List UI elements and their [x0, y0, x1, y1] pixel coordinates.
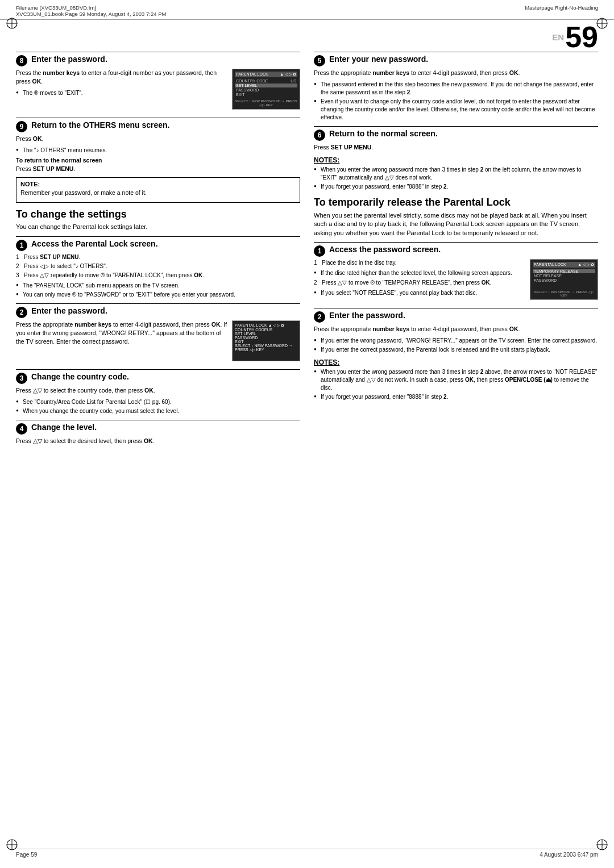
notes-temp-bullets: When you enter the wrong password more t… [314, 368, 598, 401]
temp-release-sub: When you set the parental level strictly… [314, 211, 598, 237]
notes-section: NOTES: When you enter the wrong password… [314, 156, 598, 191]
step1t-header: 1 Access the password screen. [314, 245, 598, 257]
step9-body: Press OK. [16, 135, 300, 143]
step2t-bullet1: If you enter the wrong password, "WRONG!… [314, 337, 598, 345]
step3c-body: Press △▽ to select the country code, the… [16, 386, 300, 395]
screen-title-bar: PARENTAL LOCK ▲ ◁ ▷ ✿ [235, 72, 297, 77]
notes-temp-bullet2: If you forget your password, enter "8888… [314, 393, 598, 401]
section-step1-temp: 1 Access the password screen. PARENTAL L… [314, 242, 598, 303]
step4c-num: 4 [16, 423, 27, 435]
step3c-bullet1: See "Country/Area Code List for Parental… [16, 398, 300, 406]
step6-header: 6 Return to the normal screen. [314, 129, 598, 141]
step6-title: Return to the normal screen. [329, 129, 438, 138]
step8-content: PARENTAL LOCK ▲ ◁ ▷ ✿ COUNTRY CODEUS SET… [16, 69, 300, 113]
temp-release-title: To temporarily release the Parental Lock [314, 197, 598, 209]
step1c-bullet2: You can only move ® to "PASSWORD" or to … [16, 291, 300, 299]
note-body: Remember your password, or make a note o… [20, 189, 296, 197]
step1c-title: Access the Parental Lock screen. [31, 239, 158, 248]
step9-header: 9 Return to the OTHERS menu screen. [16, 120, 300, 132]
step1t-item1: 1Place the disc in the disc tray. [314, 259, 598, 267]
section-step2-temp: 2 Enter the password. Press the appropri… [314, 308, 598, 354]
change-settings-sub: You can change the Parental lock setting… [16, 223, 300, 231]
header-filename: Filename [XVC33UM_08DVD.fm] [16, 5, 166, 11]
screen-bottom: SELECT ↕ NEW PASSWORD → PRESS ◁▷ KEY [235, 99, 297, 107]
step2c-screen: PARENTAL LOCK ▲ ◁ ▷ ✿ COUNTRY CODEUS SET… [232, 320, 300, 361]
page-number-section: EN 59 [0, 20, 614, 52]
step5-header: 5 Enter your new password. [314, 55, 598, 66]
screen-title: PARENTAL LOCK [236, 72, 268, 77]
change-settings-title: To change the settings [16, 208, 300, 221]
step2t-num: 2 [314, 311, 325, 323]
step5-body: Press the appropriate number keys to ent… [314, 69, 598, 77]
step4c-body: Press △▽ to select the desired level, th… [16, 437, 300, 445]
step5-bullet2: Even if you want to change only the coun… [314, 98, 598, 122]
step1c-bullet1: The "PARENTAL LOCK" sub-menu appears on … [16, 282, 300, 290]
screen2-icons: ▲ ◁ ▷ ✿ [268, 323, 285, 327]
step1c-item1: 1Press SET UP MENU. [16, 253, 300, 261]
footer-date: 4 August 2003 6:47 pm [540, 852, 598, 858]
step1c-item2: 2Press ◁▷ to select "♪ OTHERS". [16, 262, 300, 270]
section-step1-change: 1 Access the Parental Lock screen. 1Pres… [16, 236, 300, 299]
step2t-bullet2: If you enter the correct password, the P… [314, 346, 598, 354]
step5-title: Enter your new password. [329, 55, 428, 64]
step9-title: Return to the OTHERS menu screen. [31, 120, 169, 130]
section-step4-change: 4 Change the level. Press △▽ to select t… [16, 420, 300, 445]
step8-bullet1: The ® moves to "EXIT". [16, 89, 300, 97]
notes-temp-title: NOTES: [314, 358, 598, 366]
section-step9: 9 Return to the OTHERS menu screen. Pres… [16, 118, 300, 203]
page: Filename [XVC33UM_08DVD.fm] XVC33UM_01.b… [0, 0, 614, 868]
screen2-row-3: PASSWORD [235, 336, 297, 340]
step2c-content: PARENTAL LOCK ▲ ◁ ▷ ✿ COUNTRY CODEUS SET… [16, 320, 300, 365]
step3c-bullet2: When you change the country code, you mu… [16, 407, 300, 415]
step1c-num: 1 [16, 240, 27, 251]
step9-bullet1: The "♪ OTHERS" menu resumes. [16, 147, 300, 155]
step1c-item3: 3Press △▽ repeatedly to move ® to "PAREN… [16, 272, 300, 279]
step1c-bullets: The "PARENTAL LOCK" sub-menu appears on … [16, 282, 300, 299]
notes-temp-bullet1: When you enter the wrong password more t… [314, 368, 598, 392]
screen-row-2: SET LEVEL [235, 84, 297, 87]
step3c-title: Change the country code. [31, 372, 129, 381]
screen2-title-bar: PARENTAL LOCK ▲ ◁ ▷ ✿ [235, 323, 297, 328]
step8-num: 8 [16, 55, 27, 66]
screen-icons: ▲ ◁ ▷ ✿ [280, 72, 296, 77]
step9-note: NOTE: Remember your password, or make a … [16, 177, 300, 203]
header-masterpage: Masterpage:Right-No-Heading [525, 5, 598, 11]
notes-temp-section: NOTES: When you enter the wrong password… [314, 358, 598, 401]
notes-bullets: When you enter the wrong password more t… [314, 166, 598, 191]
section-step8: 8 Enter the password. PARENTAL LOCK ▲ ◁ … [16, 52, 300, 113]
step5-num: 5 [314, 55, 325, 66]
header-bookline: XVC33UM_01.book Page 59 Monday, August 4… [16, 11, 166, 17]
step9-num: 9 [16, 121, 27, 132]
step1t-numlist: 1Place the disc in the disc tray. [314, 259, 598, 267]
header-left: Filename [XVC33UM_08DVD.fm] XVC33UM_01.b… [16, 5, 166, 17]
step3c-bullets: See "Country/Area Code List for Parental… [16, 398, 300, 415]
note-title: NOTE: [20, 181, 296, 187]
left-column: 8 Enter the password. PARENTAL LOCK ▲ ◁ … [16, 52, 300, 450]
step8-title: Enter the password. [31, 55, 107, 64]
step2t-header: 2 Enter the password. [314, 311, 598, 323]
screen2-row-4: EXIT [235, 340, 297, 344]
corner-mark-tl [6, 17, 18, 30]
step1t-num: 1 [314, 245, 325, 257]
change-settings-heading: To change the settings You can change th… [16, 208, 300, 232]
step5-bullets: The password entered in the this step be… [314, 81, 598, 122]
step1c-numlist: 1Press SET UP MENU. 2Press ◁▷ to select … [16, 253, 300, 279]
step1t-numlist2: 2Press △▽ to move ® to "TEMPORARY RELEAS… [314, 279, 598, 287]
step2c-header: 2 Enter the password. [16, 306, 300, 318]
footer-page: Page 59 [16, 852, 37, 858]
section-step6: 6 Return to the normal screen. Press SET… [314, 126, 598, 152]
notes-title: NOTES: [314, 156, 598, 164]
step1t-content: PARENTAL LOCK ▲ ◁ ▷ ✿ TEMPORARY RELEASE … [314, 259, 598, 303]
step2t-bullets: If you enter the wrong password, "WRONG!… [314, 337, 598, 354]
page-number: 59 [565, 22, 598, 52]
footer: Page 59 4 August 2003 6:47 pm [16, 849, 598, 858]
step2t-title: Enter the password. [329, 311, 405, 320]
step5-bullet1: The password entered in the this step be… [314, 81, 598, 97]
step1t-bullets2: If you select "NOT RELEASE", you cannot … [314, 289, 598, 297]
step4c-title: Change the level. [31, 423, 97, 432]
notes-bullet2: If you forget your password, enter "8888… [314, 183, 598, 191]
step2c-title: Enter the password. [31, 306, 107, 315]
step3c-num: 3 [16, 373, 27, 384]
screen2-row-1: COUNTRY CODEUS [235, 328, 297, 332]
right-column: 5 Enter your new password. Press the app… [314, 52, 598, 450]
